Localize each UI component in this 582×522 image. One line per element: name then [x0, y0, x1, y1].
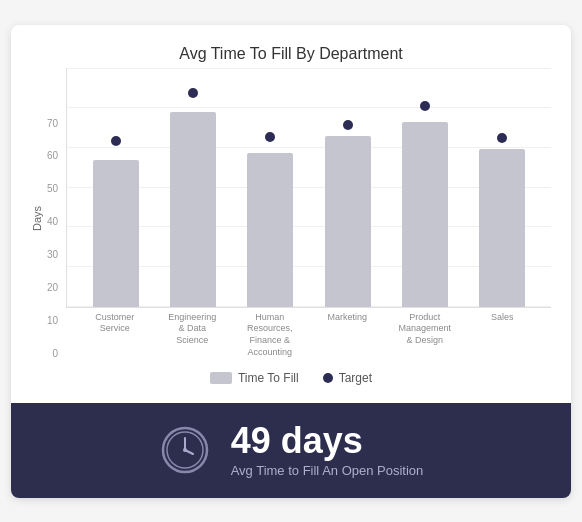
bars-render — [77, 68, 541, 307]
bar-group — [464, 68, 541, 307]
chart-card: Avg Time To Fill By Department Days 0 10… — [11, 25, 571, 498]
bar — [247, 153, 293, 307]
x-label: Marketing — [309, 308, 386, 359]
y-tick: 20 — [47, 283, 58, 293]
x-labels: Customer ServiceEngineering & Data Scien… — [66, 308, 551, 359]
legend-time-to-fill-label: Time To Fill — [238, 371, 299, 385]
x-label: Human Resources, Finance & Accounting — [231, 308, 308, 359]
summary-days: 49 days — [231, 423, 363, 459]
svg-point-4 — [183, 448, 187, 452]
chart-area: Days 0 10 20 30 40 50 60 70 — [31, 79, 551, 359]
legend-bar-icon — [210, 372, 232, 384]
clock-icon — [159, 424, 211, 476]
target-dot — [343, 120, 353, 130]
summary-section: 49 days Avg Time to Fill An Open Positio… — [11, 403, 571, 498]
legend-dot-icon — [323, 373, 333, 383]
target-dot — [420, 101, 430, 111]
x-label: Sales — [464, 308, 541, 359]
y-tick: 10 — [47, 316, 58, 326]
legend-target: Target — [323, 371, 372, 385]
bar — [170, 112, 216, 307]
legend-time-to-fill: Time To Fill — [210, 371, 299, 385]
target-dot — [111, 136, 121, 146]
legend-target-label: Target — [339, 371, 372, 385]
y-axis-title: Days — [31, 206, 43, 231]
target-dot — [497, 133, 507, 143]
y-tick: 50 — [47, 184, 58, 194]
summary-text: 49 days Avg Time to Fill An Open Positio… — [231, 423, 424, 478]
legend: Time To Fill Target — [31, 371, 551, 385]
bar — [325, 136, 371, 307]
y-tick: 30 — [47, 250, 58, 260]
chart-body: Customer ServiceEngineering & Data Scien… — [66, 68, 551, 359]
target-dot — [188, 88, 198, 98]
y-tick: 70 — [47, 119, 58, 129]
bar — [479, 149, 525, 307]
bar — [402, 122, 448, 307]
bar-group — [232, 68, 309, 307]
bar — [93, 160, 139, 307]
target-dot — [265, 132, 275, 142]
y-tick: 60 — [47, 151, 58, 161]
bars-container — [66, 68, 551, 308]
x-label: Customer Service — [76, 308, 153, 359]
chart-section: Avg Time To Fill By Department Days 0 10… — [11, 25, 571, 403]
x-label: Engineering & Data Science — [154, 308, 231, 359]
y-tick: 0 — [47, 349, 58, 359]
bar-group — [77, 68, 154, 307]
x-label: Product Management & Design — [386, 308, 463, 359]
summary-description: Avg Time to Fill An Open Position — [231, 463, 424, 478]
bar-group — [309, 68, 386, 307]
y-tick: 40 — [47, 217, 58, 227]
chart-title: Avg Time To Fill By Department — [31, 45, 551, 63]
bar-group — [154, 68, 231, 307]
bar-group — [386, 68, 463, 307]
y-axis: 0 10 20 30 40 50 60 70 — [47, 119, 58, 359]
